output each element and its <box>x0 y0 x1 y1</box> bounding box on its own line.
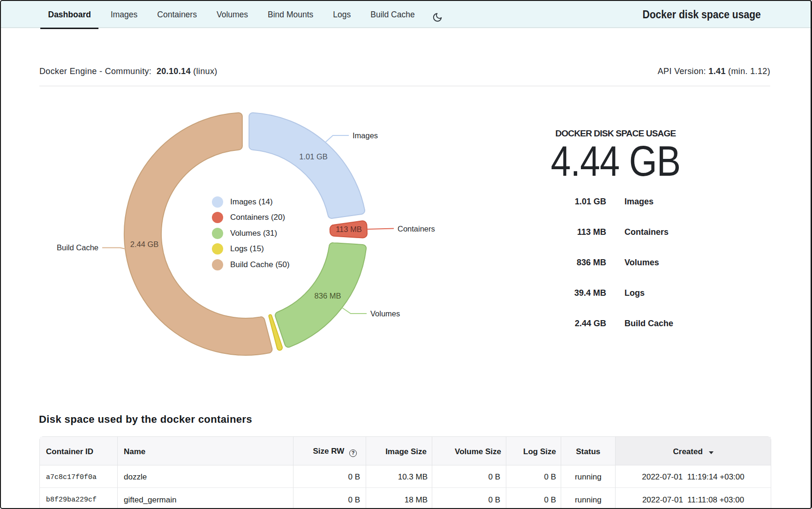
svg-text:2.44 GB: 2.44 GB <box>130 240 159 248</box>
svg-text:Containers: Containers <box>398 225 435 233</box>
svg-text:1.01 GB: 1.01 GB <box>299 152 328 161</box>
svg-text:Build Cache: Build Cache <box>57 243 98 252</box>
svg-text:Volumes: Volumes <box>370 309 400 318</box>
svg-text:Images: Images <box>353 131 378 140</box>
svg-text:836 MB: 836 MB <box>315 292 341 300</box>
svg-text:113 MB: 113 MB <box>336 225 362 233</box>
